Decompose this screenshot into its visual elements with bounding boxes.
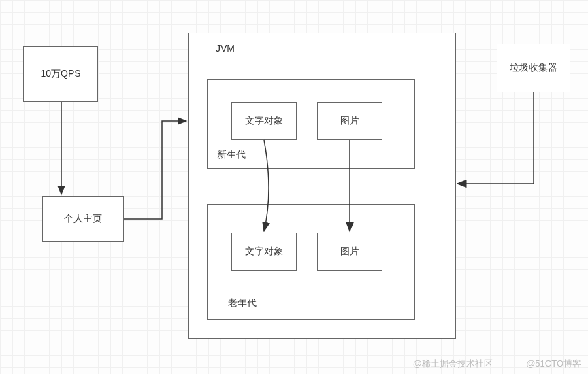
homepage-box: 个人主页 xyxy=(42,196,124,242)
text-obj-old-box: 文字对象 xyxy=(231,233,297,271)
watermark-51cto: @51CTO博客 xyxy=(526,358,581,370)
arrow-gc-to-jvm xyxy=(457,92,534,184)
image-old-box: 图片 xyxy=(317,233,382,271)
jvm-label: JVM xyxy=(216,43,235,54)
watermark-juejin: @稀土掘金技术社区 xyxy=(413,358,493,370)
text-obj-young-label: 文字对象 xyxy=(245,115,283,127)
young-gen-label: 新生代 xyxy=(217,149,246,161)
qps-label: 10万QPS xyxy=(40,68,80,80)
gc-box: 垃圾收集器 xyxy=(497,44,570,92)
image-young-label: 图片 xyxy=(340,115,359,127)
image-old-label: 图片 xyxy=(340,245,359,258)
homepage-label: 个人主页 xyxy=(64,213,102,225)
qps-box: 10万QPS xyxy=(23,46,98,102)
gc-label: 垃圾收集器 xyxy=(510,62,557,74)
text-obj-old-label: 文字对象 xyxy=(245,245,283,258)
image-young-box: 图片 xyxy=(317,102,382,140)
old-gen-label: 老年代 xyxy=(228,297,257,309)
arrow-homepage-to-jvm xyxy=(124,121,186,219)
text-obj-young-box: 文字对象 xyxy=(231,102,297,140)
